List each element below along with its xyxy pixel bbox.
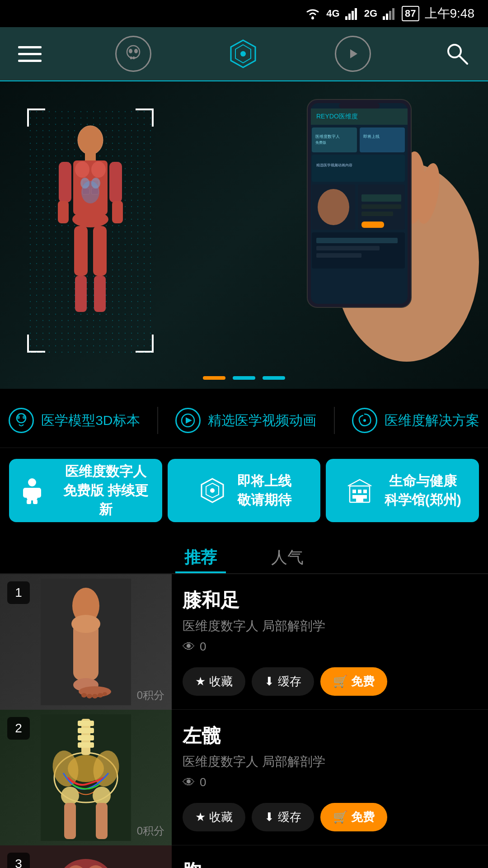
tab-popular[interactable]: 人气: [262, 542, 313, 573]
head-3d-icon: [9, 408, 34, 433]
features-row: 医学模型3D标本 精选医学视频动画 医维度解决方案: [0, 389, 488, 448]
anatomy-skull-button[interactable]: [115, 36, 151, 72]
content-list: 1 0积分: [0, 574, 488, 868]
item-info-1: 膝和足 医维度数字人 局部解剖学 👁 0 ★ 收藏 ⬇ 缓存 🛒: [172, 574, 488, 709]
cache-label-1: 缓存: [278, 674, 301, 689]
svg-point-100: [81, 693, 87, 698]
cache-button-2[interactable]: ⬇ 缓存: [252, 803, 314, 831]
body-model-container: [27, 108, 154, 353]
item-title-1: 膝和足: [183, 588, 477, 613]
collect-label-2: 收藏: [209, 809, 233, 825]
svg-point-16: [240, 51, 246, 57]
view-count-1: 0: [200, 640, 206, 654]
svg-rect-108: [78, 728, 94, 733]
download-icon-1: ⬇: [264, 675, 274, 689]
coming-soon-button[interactable]: 即将上线 敬请期待: [168, 459, 321, 522]
item-info-3: 胸: [172, 845, 488, 868]
tab-recommended[interactable]: 推荐: [175, 542, 226, 573]
spiral-icon-svg: [356, 412, 373, 429]
svg-rect-4: [355, 8, 357, 20]
phone-mockup-container: REYDO医维度 医维度数字人 免费版 即将上线 精选医学视频动画内容: [235, 90, 488, 380]
download-icon-2: ⬇: [264, 810, 274, 824]
svg-rect-37: [75, 276, 87, 312]
play-circle-icon: [175, 408, 201, 433]
svg-text:精选医学视频动画内容: 精选医学视频动画内容: [316, 163, 352, 167]
item-views-2: 👁 0: [183, 775, 477, 790]
cart-icon-1: 🛒: [333, 675, 347, 689]
dot-1[interactable]: [203, 376, 225, 380]
star-icon-1: ★: [195, 675, 206, 689]
dot-3[interactable]: [263, 376, 285, 380]
status-icons: 4G 2G 87 上午9:48: [305, 5, 474, 22]
collect-button-1[interactable]: ★ 收藏: [183, 667, 245, 696]
feature-3d-model[interactable]: 医学模型3D标本: [9, 408, 140, 433]
building-svg: [346, 477, 373, 504]
svg-point-11: [134, 49, 138, 53]
svg-point-0: [311, 17, 314, 19]
item-rank-2: 2: [7, 717, 30, 740]
svg-rect-64: [361, 194, 401, 202]
svg-point-10: [129, 49, 132, 53]
svg-rect-12: [130, 57, 132, 59]
svg-rect-69: [316, 238, 398, 243]
item-rank-3: 3: [7, 853, 30, 868]
digital-human-button[interactable]: 医维度数字人 免费版 持续更新: [9, 459, 162, 522]
svg-point-42: [91, 178, 100, 189]
feature-solution[interactable]: 医维度解决方案: [352, 408, 479, 433]
svg-marker-76: [186, 417, 192, 424]
eye-icon-2: 👁: [183, 775, 195, 790]
spiral-icon: [352, 408, 377, 433]
item-rank-1: 1: [7, 581, 30, 604]
svg-rect-39: [94, 276, 106, 312]
search-button[interactable]: [445, 41, 470, 66]
play-button[interactable]: [335, 36, 371, 72]
svg-rect-36: [74, 226, 88, 276]
svg-rect-80: [23, 488, 30, 498]
free-label-1: 免费: [351, 674, 375, 689]
head-icon-svg: [13, 412, 30, 429]
battery-container: 87: [402, 6, 419, 21]
svg-rect-66: [361, 212, 393, 216]
cache-button-1[interactable]: ⬇ 缓存: [252, 667, 314, 696]
menu-button[interactable]: [18, 46, 42, 62]
svg-rect-109: [78, 735, 94, 741]
svg-point-104: [103, 692, 107, 696]
svg-rect-13: [133, 57, 135, 59]
svg-rect-57: [360, 127, 405, 152]
svg-point-74: [23, 415, 25, 419]
list-item: 2: [0, 710, 488, 845]
svg-rect-83: [33, 500, 38, 504]
svg-rect-6: [386, 14, 388, 20]
item-actions-1: ★ 收藏 ⬇ 缓存 🛒 免费: [183, 667, 477, 696]
feature-video[interactable]: 精选医学视频动画: [175, 408, 316, 433]
svg-rect-81: [34, 488, 41, 498]
svg-rect-51: [339, 103, 380, 108]
search-icon: [445, 41, 470, 66]
hex-button-icon: [197, 475, 228, 506]
svg-point-116: [93, 787, 111, 805]
collect-button-2[interactable]: ★ 收藏: [183, 803, 245, 831]
leg-anatomy-svg: [41, 579, 131, 705]
science-museum-button[interactable]: 生命与健康 科学馆(郑州): [326, 459, 479, 522]
free-button-1[interactable]: 🛒 免费: [320, 667, 387, 696]
person-figure-icon: [16, 475, 48, 506]
time-display: 上午9:48: [425, 5, 475, 22]
svg-line-19: [459, 56, 467, 64]
status-bar: 4G 2G 87 上午9:48: [0, 0, 488, 27]
dot-2[interactable]: [233, 376, 255, 380]
svg-point-26: [91, 161, 106, 178]
signal-bars-1: [345, 7, 359, 20]
free-button-2[interactable]: 🛒 免费: [320, 803, 387, 831]
battery-level: 87: [405, 8, 416, 19]
signal-2g: 2G: [364, 8, 377, 19]
signal-bars-2: [383, 7, 396, 20]
svg-point-97: [71, 615, 100, 633]
svg-rect-2: [348, 14, 351, 20]
hex-logo-icon: [227, 38, 259, 70]
list-item: 1 0积分: [0, 574, 488, 710]
view-count-2: 0: [200, 775, 206, 789]
digital-human-text: 医维度数字人 免费版 持续更新: [57, 462, 155, 519]
feature-3d-label: 医学模型3D标本: [41, 411, 140, 430]
hexagon-logo-button[interactable]: [225, 36, 261, 72]
eye-icon-1: 👁: [183, 639, 195, 654]
